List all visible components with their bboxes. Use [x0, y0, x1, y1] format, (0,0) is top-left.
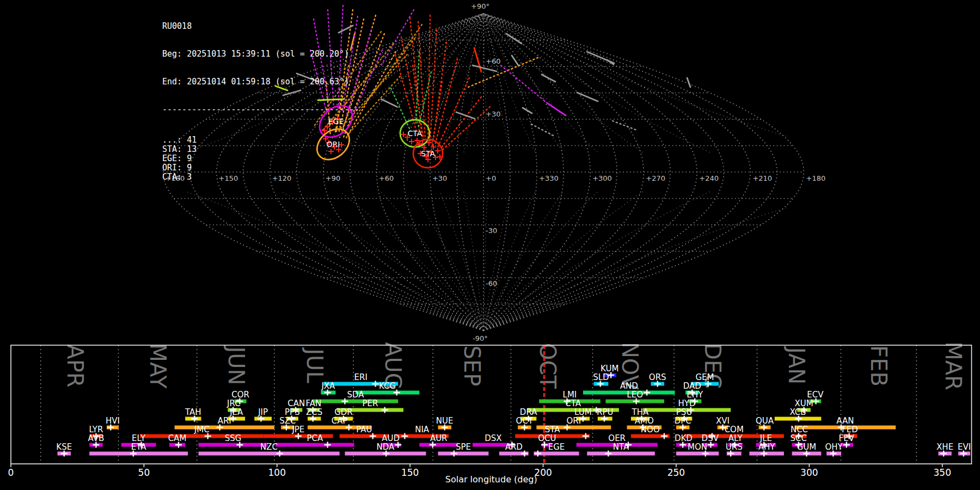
- shower-code-ZCS: ZCS: [306, 407, 322, 417]
- dec-label: +90°: [471, 2, 489, 10]
- shower-code-OHY: OHY: [825, 442, 843, 452]
- shower-QUA: QUA: [756, 416, 774, 431]
- ra-label: +180: [806, 174, 826, 182]
- shower-code-AUR: AUR: [430, 433, 448, 443]
- shower-code-QUA: QUA: [756, 416, 774, 426]
- meteor-trail-magenta: [381, 10, 414, 65]
- shower-KSE: KSE: [56, 442, 72, 457]
- shower-code-ORI: ORI: [566, 416, 581, 426]
- shower-code-DSX: DSX: [485, 433, 501, 443]
- shower-code-ORS: ORS: [649, 372, 666, 382]
- activity-timeline: APRMAYJUNJULAUGSEPOCTNOVDECJANFEBMARKUME…: [8, 341, 972, 485]
- ra-label: +30: [432, 174, 447, 182]
- shower-peak-PER: [382, 407, 388, 413]
- shower-code-TAH: TAH: [185, 407, 201, 417]
- radiant-label-CTA: CTA: [408, 129, 422, 138]
- shower-bar-JMC: [140, 434, 264, 438]
- radiant-label-STA: STA: [421, 149, 435, 158]
- shower-code-EVI: EVI: [958, 442, 971, 452]
- observation-header: RU0018 Beg: 20251013 15:39:11 (sol = 200…: [162, 3, 359, 200]
- meteor-trail-gray: [542, 75, 555, 82]
- shower-code-DPC: DPC: [675, 416, 691, 426]
- meteor-trail-gray: [531, 124, 554, 136]
- month-label-SEP: SEP: [460, 346, 485, 387]
- ra-label: +210: [752, 174, 772, 182]
- shower-AVB: AVB: [88, 433, 104, 448]
- radiant-cross: [435, 148, 440, 154]
- radiant-cross: [401, 132, 406, 137]
- ra-label: +270: [646, 174, 665, 182]
- shower-code-XCB: XCB: [790, 407, 806, 417]
- shower-OCT: OCT: [516, 416, 534, 431]
- shower-URS: URS: [726, 442, 743, 457]
- shower-bar-MON: [676, 452, 719, 456]
- shower-code-KCG: KCG: [379, 381, 396, 391]
- meteor-trail-green: [419, 72, 431, 126]
- shower-code-PER: PER: [362, 399, 378, 408]
- shower-bar-NTA: [587, 452, 655, 456]
- shower-peak-NIA: [401, 433, 408, 439]
- shower-code-GUM: GUM: [797, 442, 817, 452]
- meteor-trail-gray: [687, 78, 690, 87]
- shower-SLD: SLD: [593, 372, 609, 387]
- shower-code-JMC: JMC: [194, 425, 210, 434]
- month-label-JAN: JAN: [784, 346, 809, 384]
- meteor-trail-magenta: [548, 103, 566, 115]
- count-line-CTA: CTA: 3: [162, 173, 359, 182]
- shower-ORS: ORS: [649, 372, 666, 387]
- month-label-MAR: MAR: [941, 341, 966, 390]
- shower-code-ARI: ARI: [218, 416, 231, 426]
- meteor-trail-gray: [587, 52, 614, 63]
- count-line-STA: STA: 13: [162, 145, 359, 154]
- shower-EGE: EGE: [534, 442, 579, 457]
- shower-code-NZC: NZC: [260, 442, 278, 452]
- shower-bar-ETA: [89, 452, 188, 456]
- shower-code-AHY: AHY: [758, 442, 776, 452]
- shower-OHY: OHY: [825, 442, 843, 457]
- dec-label: +30: [486, 110, 500, 118]
- shower-counts: ...: 41STA: 13EGE: 9ORI: 9CTA: 3: [162, 136, 359, 182]
- shower-bar-SPE: [438, 452, 488, 456]
- x-axis-title: Solar longitude (deg): [445, 474, 537, 485]
- meteor-trail-green: [416, 52, 419, 123]
- shower-code-MON: MON: [688, 442, 707, 452]
- dec-label: -30: [486, 226, 497, 235]
- ra-label: +330: [539, 174, 559, 182]
- month-label-OCT: OCT: [535, 343, 560, 389]
- ra-label: +240: [699, 174, 719, 182]
- shower-ZCS: ZCS: [306, 407, 322, 422]
- shower-bar-NZC: [199, 452, 340, 456]
- dec-label: -90°: [473, 334, 488, 342]
- x-tick-label: 300: [800, 467, 818, 478]
- shower-code-EGE: EGE: [548, 442, 565, 452]
- meteor-trail-red: [442, 107, 490, 150]
- shower-code-NOO: NOO: [641, 425, 660, 434]
- shower-code-NTA: NTA: [613, 442, 629, 452]
- meteor-trail-red: [438, 78, 469, 147]
- shower-code-JEA: JEA: [229, 407, 243, 417]
- shower-JXA: JXA: [321, 381, 335, 396]
- shower-code-CAM: CAM: [168, 433, 187, 443]
- meteor-trail-red: [440, 97, 481, 149]
- month-label-JUL: JUL: [302, 347, 327, 383]
- ra-label: +0: [486, 174, 496, 182]
- shower-code-NDA: NDA: [377, 442, 395, 452]
- shower-code-JPE: JPE: [291, 425, 304, 434]
- shower-bar-AUR: [419, 443, 458, 447]
- shower-TAH: TAH: [185, 407, 201, 422]
- shower-peak-AND: [644, 390, 650, 396]
- shower-NDA: NDA: [345, 442, 426, 457]
- begin-time: Beg: 20251013 15:39:11 (sol = 200.20°): [162, 50, 359, 59]
- meridian-line: [483, 14, 670, 330]
- shower-code-SSG: SSG: [225, 433, 242, 443]
- meteor-trail-gray: [456, 112, 475, 119]
- meteor-trail-gray: [381, 99, 397, 107]
- meridian-line: [430, 14, 483, 330]
- shower-code-URS: URS: [726, 442, 743, 452]
- shower-code-OCT: OCT: [516, 416, 534, 426]
- shower-code-NIA: NIA: [415, 425, 430, 434]
- shower-RPU: RPU: [597, 407, 613, 422]
- shower-peak-PCA: [324, 442, 331, 448]
- station-id: RU0018: [162, 22, 359, 31]
- shower-code-HVI: HVI: [106, 416, 120, 426]
